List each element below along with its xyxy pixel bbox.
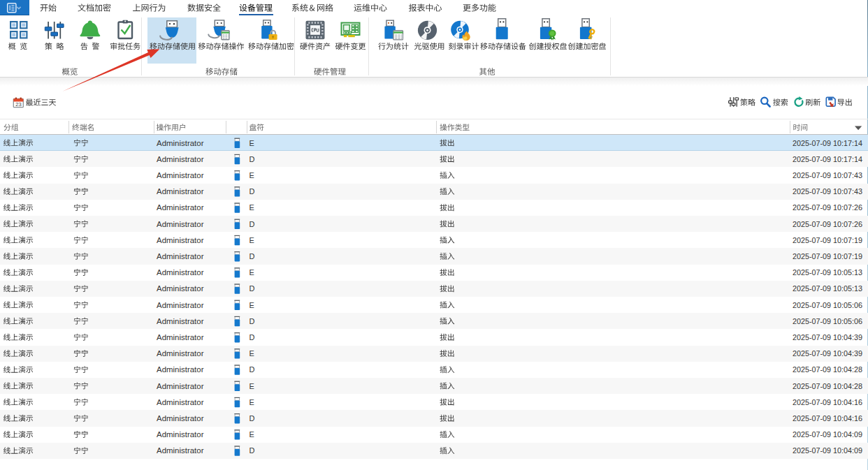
- svg-text:Administrator: Administrator: [157, 365, 204, 374]
- svg-text:Administrator: Administrator: [157, 171, 204, 179]
- svg-text:2025-07-09 10:07:19: 2025-07-09 10:07:19: [793, 236, 862, 244]
- svg-text:D: D: [249, 333, 255, 342]
- svg-text:Administrator: Administrator: [157, 414, 204, 423]
- svg-text:2025-07-09 10:07:43: 2025-07-09 10:07:43: [793, 171, 862, 179]
- svg-text:2025-07-09 10:05:06: 2025-07-09 10:05:06: [793, 317, 862, 325]
- svg-text:2025-07-09 10:17:14: 2025-07-09 10:17:14: [793, 139, 862, 147]
- svg-text:2025-07-09 10:04:39: 2025-07-09 10:04:39: [793, 349, 862, 358]
- svg-text:23: 23: [15, 101, 21, 108]
- svg-text:Administrator: Administrator: [157, 430, 204, 439]
- svg-text:2025-07-09 10:04:16: 2025-07-09 10:04:16: [793, 414, 862, 423]
- svg-text:Administrator: Administrator: [157, 236, 204, 244]
- svg-text:2025-07-09 10:17:14: 2025-07-09 10:17:14: [793, 155, 862, 163]
- svg-text:D: D: [249, 252, 255, 260]
- svg-text:Administrator: Administrator: [157, 203, 204, 212]
- svg-text:D: D: [249, 317, 255, 325]
- svg-text:2025-07-09 10:04:28: 2025-07-09 10:04:28: [793, 382, 862, 390]
- svg-text:Administrator: Administrator: [157, 301, 204, 309]
- svg-text:2025-07-09 10:07:26: 2025-07-09 10:07:26: [793, 220, 862, 228]
- svg-text:Administrator: Administrator: [157, 333, 204, 342]
- svg-text:D: D: [249, 446, 255, 455]
- svg-text:Administrator: Administrator: [157, 139, 204, 147]
- svg-text:Administrator: Administrator: [157, 446, 204, 455]
- svg-text:Administrator: Administrator: [157, 268, 204, 277]
- svg-text:2025-07-09 10:04:09: 2025-07-09 10:04:09: [793, 446, 862, 455]
- svg-text:Administrator: Administrator: [157, 284, 204, 293]
- svg-text:D: D: [249, 414, 255, 423]
- svg-text:2025-07-09 10:05:06: 2025-07-09 10:05:06: [793, 301, 862, 309]
- svg-text:Administrator: Administrator: [157, 252, 204, 260]
- svg-text:2025-07-09 10:07:43: 2025-07-09 10:07:43: [793, 187, 862, 196]
- svg-text:D: D: [249, 220, 255, 228]
- svg-text:D: D: [249, 284, 255, 293]
- svg-text:D: D: [249, 155, 255, 163]
- svg-text:2025-07-09 10:04:28: 2025-07-09 10:04:28: [793, 365, 862, 374]
- svg-text:2025-07-09 10:04:09: 2025-07-09 10:04:09: [793, 430, 862, 439]
- svg-text:E: E: [249, 268, 254, 277]
- svg-text:Administrator: Administrator: [157, 187, 204, 196]
- svg-text:Administrator: Administrator: [157, 317, 204, 325]
- svg-text:E: E: [249, 398, 254, 406]
- svg-text:Administrator: Administrator: [157, 155, 204, 163]
- svg-text:2025-07-09 10:05:13: 2025-07-09 10:05:13: [793, 268, 862, 277]
- svg-text:2025-07-09 10:04:39: 2025-07-09 10:04:39: [793, 333, 862, 342]
- svg-text:2025-07-09 10:07:19: 2025-07-09 10:07:19: [793, 252, 862, 260]
- svg-text:E: E: [249, 349, 254, 358]
- svg-text:E: E: [249, 139, 254, 147]
- svg-text:E: E: [249, 430, 254, 439]
- svg-text:Administrator: Administrator: [157, 398, 204, 406]
- svg-text:Administrator: Administrator: [157, 220, 204, 228]
- svg-text:Administrator: Administrator: [157, 382, 204, 390]
- svg-text:Administrator: Administrator: [157, 349, 204, 358]
- svg-text:E: E: [249, 301, 254, 309]
- svg-text:E: E: [249, 236, 254, 244]
- svg-text:2025-07-09 10:07:26: 2025-07-09 10:07:26: [793, 203, 862, 212]
- svg-text:2025-07-09 10:04:16: 2025-07-09 10:04:16: [793, 398, 862, 406]
- svg-text:E: E: [249, 171, 254, 179]
- svg-text:E: E: [249, 382, 254, 390]
- svg-text:D: D: [249, 365, 255, 374]
- svg-text:D: D: [249, 187, 255, 196]
- svg-text:2025-07-09 10:05:13: 2025-07-09 10:05:13: [793, 284, 862, 293]
- svg-text:E: E: [249, 203, 254, 212]
